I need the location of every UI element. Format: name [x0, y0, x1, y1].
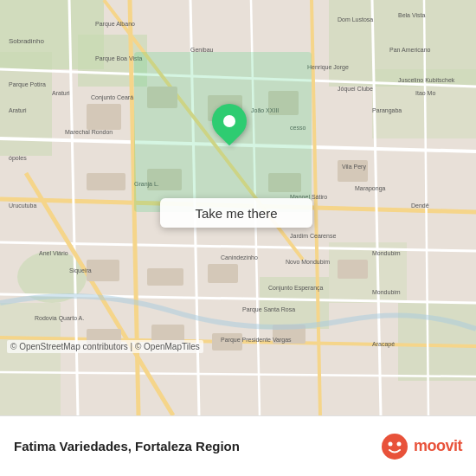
svg-text:Novo Mondubim: Novo Mondubim [286, 259, 330, 265]
svg-text:Parangaba: Parangaba [372, 107, 402, 114]
svg-text:Juscelino Kubitschek: Juscelino Kubitschek [398, 77, 455, 83]
take-me-there-button[interactable]: Take me there [160, 198, 312, 228]
svg-text:Parque Presidente Vargas: Parque Presidente Vargas [221, 337, 292, 344]
map-copyright: © OpenStreetMap contributors | © OpenMap… [7, 340, 203, 353]
location-name: Fatima Variedades, Fortaleza Region [14, 439, 240, 453]
svg-point-83 [388, 441, 392, 446]
svg-text:Marechal Rondon: Marechal Rondon [65, 129, 113, 135]
svg-text:Parque Potira: Parque Potira [9, 81, 46, 88]
svg-text:ópoles: ópoles [9, 155, 27, 162]
moovit-icon [381, 433, 408, 460]
svg-text:Jardim Cearense: Jardim Cearense [290, 233, 336, 239]
svg-rect-38 [338, 260, 368, 279]
svg-rect-37 [208, 264, 238, 283]
svg-text:Jóquei Clube: Jóquei Clube [338, 86, 373, 93]
svg-text:Vila Pery: Vila Pery [342, 164, 366, 170]
svg-text:Pan Americano: Pan Americano [389, 47, 431, 53]
svg-text:Bela Vista: Bela Vista [398, 12, 425, 18]
svg-text:Mondubim: Mondubim [372, 289, 401, 295]
svg-text:Araturi: Araturi [52, 90, 70, 96]
svg-text:Rodovia Quarto A.: Rodovia Quarto A. [35, 315, 84, 322]
svg-point-84 [396, 441, 401, 446]
svg-text:Dendê: Dendê [411, 203, 429, 209]
svg-text:Urucutuba: Urucutuba [9, 203, 36, 209]
svg-point-82 [382, 434, 408, 460]
svg-text:Dom Lustosa: Dom Lustosa [338, 16, 373, 23]
moovit-logo: moovit [381, 433, 462, 460]
map-marker [212, 104, 247, 145]
svg-text:Parque Santa Rosa: Parque Santa Rosa [242, 306, 295, 313]
moovit-logo-text: moovit [414, 437, 462, 455]
bottom-bar: Fatima Variedades, Fortaleza Region moov… [0, 415, 476, 476]
svg-rect-36 [147, 268, 183, 286]
svg-rect-35 [87, 260, 119, 281]
svg-text:Parque Albano: Parque Albano [95, 21, 135, 28]
location-info: Fatima Variedades, Fortaleza Region [14, 439, 240, 453]
svg-text:Genibau: Genibau [190, 47, 214, 53]
svg-text:Henrique Jorge: Henrique Jorge [307, 64, 349, 71]
svg-text:Aracapé: Aracapé [372, 341, 395, 348]
map-container: Sobradinho Parque Albano Dom Lustosa Bel… [0, 0, 476, 415]
svg-rect-27 [87, 104, 121, 130]
svg-text:Siqueira: Siqueira [69, 267, 92, 274]
svg-text:Mondubim: Mondubim [372, 250, 401, 256]
svg-text:Anel Viário: Anel Viário [39, 250, 68, 256]
svg-text:Canindezinho: Canindezinho [221, 254, 258, 261]
svg-text:Itao Mo: Itao Mo [415, 90, 435, 96]
svg-text:Sobradinho: Sobradinho [9, 37, 44, 45]
svg-text:Conjunto Ceará: Conjunto Ceará [91, 94, 133, 101]
svg-text:Maraponga: Maraponga [355, 185, 386, 192]
svg-text:Araturi: Araturi [9, 107, 27, 113]
svg-text:Conjunto Esperança: Conjunto Esperança [268, 285, 324, 292]
svg-rect-31 [87, 173, 125, 190]
